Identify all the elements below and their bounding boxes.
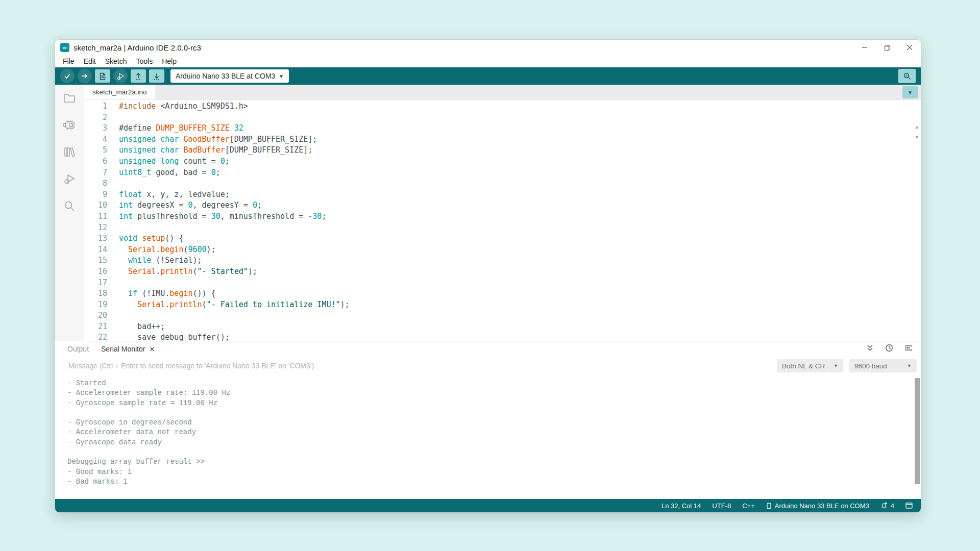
line-number: 16 bbox=[84, 266, 114, 278]
debug-button[interactable] bbox=[113, 69, 128, 83]
line-number: 8 bbox=[84, 178, 114, 189]
toggle-panel-button[interactable] bbox=[905, 503, 913, 509]
chevron-down-icon: ▼ bbox=[279, 73, 284, 79]
code-line: 20 bbox=[84, 310, 921, 321]
line-number: 18 bbox=[84, 288, 114, 299]
code-line: 1#include <Arduino_LSM9DS1.h> bbox=[84, 101, 921, 112]
menu-sketch[interactable]: Sketch bbox=[101, 57, 132, 65]
serial-tabbar: Output Serial Monitor ✕ bbox=[55, 341, 921, 357]
tab-list-dropdown-button[interactable]: ▼ bbox=[902, 86, 918, 98]
code-text: uint8_t good, bad = 0; bbox=[114, 167, 220, 179]
line-number: 13 bbox=[84, 233, 114, 244]
line-number: 15 bbox=[84, 255, 114, 266]
chevron-down-icon: ▼ bbox=[908, 90, 913, 95]
code-text: while (!Serial); bbox=[114, 255, 202, 266]
timestamp-clock-icon[interactable] bbox=[885, 344, 893, 354]
close-button[interactable] bbox=[898, 40, 921, 55]
menu-tools[interactable]: Tools bbox=[132, 57, 158, 65]
verify-button[interactable] bbox=[60, 69, 75, 83]
tab-sketch-label: sketch_mar2a.ino bbox=[92, 88, 147, 96]
export-button[interactable] bbox=[131, 69, 146, 83]
serial-message-row: Both NL & CR ▼ 9600 baud ▼ bbox=[55, 357, 921, 375]
cursor-position: Ln 32, Col 14 bbox=[662, 502, 701, 510]
code-line: 6unsigned long count = 0; bbox=[84, 156, 921, 167]
code-text: float x, y, z, ledvalue; bbox=[114, 189, 230, 201]
code-line: 22 save_debug_buffer(); bbox=[84, 332, 921, 341]
sidebar bbox=[55, 85, 84, 341]
code-line: 3#define DUMP_BUFFER_SIZE 32 bbox=[84, 123, 921, 134]
code-text: #include <Arduino_LSM9DS1.h> bbox=[114, 101, 248, 112]
code-text bbox=[114, 310, 124, 321]
boards-manager-icon[interactable] bbox=[63, 118, 76, 132]
line-number: 7 bbox=[84, 167, 114, 179]
line-number: 4 bbox=[84, 134, 114, 145]
serial-message-input[interactable] bbox=[67, 361, 777, 370]
tab-serial-monitor-label: Serial Monitor bbox=[101, 345, 145, 353]
toolbar: Arduino Nano 33 BLE at COM3 ▼ bbox=[55, 67, 921, 85]
line-number: 6 bbox=[84, 156, 114, 167]
code-text bbox=[114, 178, 124, 189]
line-number: 1 bbox=[84, 101, 114, 112]
chevron-down-icon: ▼ bbox=[907, 363, 912, 368]
serial-monitor-button[interactable] bbox=[898, 69, 916, 83]
sketchbook-folder-icon[interactable] bbox=[63, 91, 76, 105]
code-line: 13void setup() { bbox=[84, 233, 921, 244]
line-number: 11 bbox=[84, 211, 114, 222]
line-ending-select[interactable]: Both NL & CR ▼ bbox=[777, 359, 843, 372]
notifications-count: 4 bbox=[891, 502, 894, 510]
scroll-marker-up-icon: ▲ bbox=[915, 124, 919, 130]
serial-panel: Output Serial Monitor ✕ bbox=[55, 341, 921, 499]
code-text: int degreesX = 0, degreesY = 0; bbox=[114, 200, 262, 211]
board-selector[interactable]: Arduino Nano 33 BLE at COM3 ▼ bbox=[170, 69, 289, 83]
code-text bbox=[114, 278, 124, 289]
code-text bbox=[114, 222, 124, 234]
minimize-button[interactable] bbox=[853, 40, 876, 55]
serial-output-line bbox=[67, 408, 921, 418]
code-text: unsigned char BadBuffer[DUMP_BUFFER_SIZE… bbox=[114, 145, 312, 156]
editor-overview-ruler[interactable]: ▲ ▼ bbox=[915, 124, 919, 140]
debug-sidebar-icon[interactable] bbox=[63, 172, 76, 186]
tab-output[interactable]: Output bbox=[67, 345, 89, 353]
serial-output-line: - Gyroscope sample rate = 119.00 Hz bbox=[67, 398, 921, 408]
status-bar: Ln 32, Col 14 UTF-8 C++ Arduino Nano 33 … bbox=[55, 499, 921, 512]
language-label: C++ bbox=[742, 502, 755, 510]
chevron-down-icon: ▼ bbox=[834, 363, 838, 368]
line-number: 3 bbox=[84, 123, 114, 134]
serial-output[interactable]: - Started- Accelerometer sample rate: 11… bbox=[55, 375, 921, 499]
tab-sketch[interactable]: sketch_mar2a.ino bbox=[84, 85, 155, 99]
baud-rate-select[interactable]: 9600 baud ▼ bbox=[849, 359, 917, 372]
clear-output-icon[interactable] bbox=[904, 344, 913, 354]
new-sketch-button[interactable] bbox=[95, 69, 110, 83]
menu-edit[interactable]: Edit bbox=[79, 57, 101, 65]
upload-button[interactable] bbox=[78, 69, 92, 83]
code-editor[interactable]: 1#include <Arduino_LSM9DS1.h>2 3#define … bbox=[84, 100, 921, 341]
code-line: 7uint8_t good, bad = 0; bbox=[84, 167, 921, 179]
import-button[interactable] bbox=[149, 69, 164, 83]
code-text: Serial.println("- Started"); bbox=[114, 266, 257, 278]
notifications-button[interactable]: 4 bbox=[880, 502, 894, 510]
board-status[interactable]: Arduino Nano 33 BLE on COM3 bbox=[766, 502, 869, 510]
line-number: 2 bbox=[84, 112, 114, 123]
code-line: 19 Serial.println("- Failed to initializ… bbox=[84, 299, 921, 311]
line-number: 21 bbox=[84, 321, 114, 333]
restore-button[interactable] bbox=[876, 40, 898, 55]
code-text: if (!IMU.begin()) { bbox=[114, 288, 216, 299]
serial-output-line: - Accelerometer sample rate: 119.00 Hz bbox=[67, 388, 921, 398]
serial-output-line: - Good marks: 1 bbox=[67, 467, 921, 477]
code-line: 18 if (!IMU.begin()) { bbox=[84, 288, 921, 299]
baud-rate-value: 9600 baud bbox=[854, 362, 887, 370]
code-line: 10int degreesX = 0, degreesY = 0; bbox=[84, 200, 921, 211]
bell-icon bbox=[880, 502, 888, 509]
code-line: 4unsigned char GoodBuffer[DUMP_BUFFER_SI… bbox=[84, 134, 921, 145]
search-icon[interactable] bbox=[63, 199, 76, 213]
close-icon[interactable]: ✕ bbox=[149, 345, 155, 353]
board-icon bbox=[766, 503, 772, 509]
tab-serial-monitor[interactable]: Serial Monitor ✕ bbox=[101, 345, 155, 353]
line-number: 20 bbox=[84, 310, 114, 321]
collapse-panel-icon[interactable] bbox=[866, 344, 874, 354]
code-line: 16 Serial.println("- Started"); bbox=[84, 266, 921, 278]
menu-help[interactable]: Help bbox=[157, 57, 181, 65]
menu-file[interactable]: File bbox=[58, 57, 79, 65]
library-manager-icon[interactable] bbox=[63, 145, 76, 159]
serial-scrollbar-thumb[interactable] bbox=[915, 378, 920, 484]
